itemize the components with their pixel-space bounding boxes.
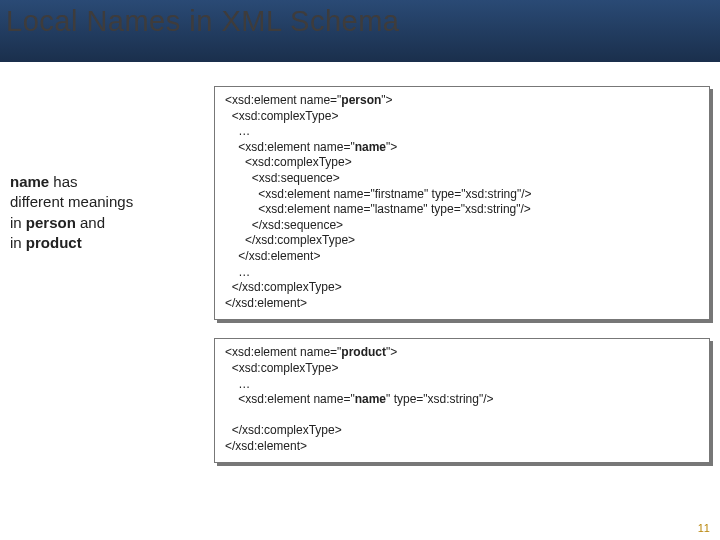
slide-number: 11 — [698, 522, 710, 534]
code: <xsd:sequence> — [225, 171, 340, 185]
code: … — [225, 265, 250, 279]
code: <xsd:element name=" — [225, 392, 355, 406]
code: "> — [381, 93, 392, 107]
code: </xsd:element> — [225, 296, 307, 310]
slide: Local Names in XML Schema name hasdiffer… — [0, 0, 720, 540]
code: … — [225, 377, 250, 391]
code: </xsd:complexType> — [225, 233, 355, 247]
code: <xsd:complexType> — [225, 109, 338, 123]
code-bold: name — [355, 392, 386, 406]
code: "> — [386, 345, 397, 359]
code: <xsd:element name=" — [225, 93, 341, 107]
kw-person: person — [26, 214, 76, 231]
code-column: <xsd:element name="person"> <xsd:complex… — [214, 86, 710, 516]
kw-name: name — [10, 173, 49, 190]
code: <xsd:complexType> — [225, 361, 338, 375]
code-bold: product — [341, 345, 386, 359]
code-box-product: <xsd:element name="product"> <xsd:comple… — [214, 338, 710, 463]
body: name hasdifferent meaningsin person andi… — [10, 86, 710, 516]
txt: in — [10, 234, 26, 251]
code: " type="xsd:string"/> — [386, 392, 494, 406]
txt: different meanings — [10, 193, 133, 210]
code: <xsd:element name=" — [225, 140, 355, 154]
code-box-person: <xsd:element name="person"> <xsd:complex… — [214, 86, 710, 320]
code: </xsd:complexType> — [225, 280, 342, 294]
txt: and — [76, 214, 105, 231]
code: </xsd:element> — [225, 439, 307, 453]
code: <xsd:element name=" — [225, 345, 341, 359]
code: </xsd:sequence> — [225, 218, 343, 232]
code-bold: name — [355, 140, 386, 154]
code: <xsd:element name="firstname" type="xsd:… — [225, 187, 532, 201]
slide-title: Local Names in XML Schema — [6, 5, 399, 38]
code: </xsd:element> — [225, 249, 320, 263]
code: … — [225, 124, 250, 138]
code: </xsd:complexType> — [225, 423, 342, 437]
code: <xsd:complexType> — [225, 155, 352, 169]
txt: has — [49, 173, 77, 190]
description-text: name hasdifferent meaningsin person andi… — [10, 86, 206, 516]
kw-product: product — [26, 234, 82, 251]
txt: in — [10, 214, 26, 231]
code: <xsd:element name="lastname" type="xsd:s… — [225, 202, 531, 216]
code: "> — [386, 140, 397, 154]
code-bold: person — [341, 93, 381, 107]
